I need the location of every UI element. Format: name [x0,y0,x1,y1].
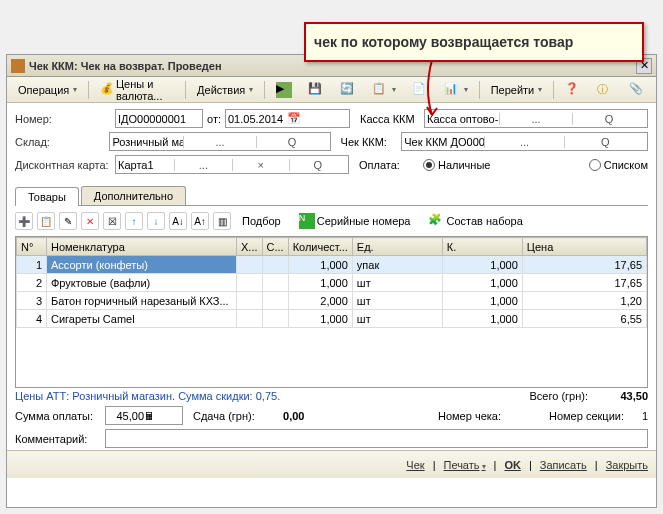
edit-icon[interactable]: ✎ [59,212,77,230]
go-menu[interactable]: Перейти [484,81,550,99]
operation-menu[interactable]: Операция [11,81,84,99]
barcode-icon[interactable]: ▥ [213,212,231,230]
ok-button[interactable]: OK [504,459,521,471]
change-label: Сдача (грн): [193,410,255,422]
table-row[interactable]: 3Батон горчичный нарезаный КХЗ...2,000шт… [17,292,647,310]
prices-info: Цены АТТ: Розничный магазин. Сумма скидк… [15,390,530,402]
calendar-icon[interactable]: 📅 [287,112,347,125]
tb-info-icon[interactable]: ⓘ [590,79,620,101]
action-bar: Чек| Печать| OK| Записать| Закрыть [7,450,656,478]
app-icon [11,59,25,73]
kassa-label: Касса ККМ [360,113,420,125]
total-value: 43,50 [588,390,648,402]
tab-goods[interactable]: Товары [15,187,79,206]
table-row[interactable]: 1Ассорти (конфеты)1,000упак1,00017,65 [17,256,647,274]
money-icon: 💰 [100,82,114,98]
kit-button[interactable]: 🧩Состав набора [421,210,529,232]
tb-refresh-icon[interactable]: 🔄 [333,79,363,101]
callout-text: чек по которому возвращается товар [314,34,573,50]
tb-post-icon[interactable]: ▶ [269,79,299,101]
col-k[interactable]: К. [442,238,522,256]
radio-list[interactable] [589,159,601,171]
open-button[interactable]: Q [572,113,645,125]
down-icon[interactable]: ↓ [147,212,165,230]
number-field[interactable]: ІДО00000001 [115,109,203,128]
col-h[interactable]: Х... [237,238,263,256]
up-icon[interactable]: ↑ [125,212,143,230]
goods-table[interactable]: N° Номенклатура Х... С... Количест... Ед… [15,236,648,388]
number-label: Номер: [15,113,115,125]
tab-additional[interactable]: Дополнительно [81,186,186,205]
kassa-field[interactable]: Касса оптово-розничного магазина...Q [424,109,648,128]
sum-label: Сумма оплаты: [15,410,101,422]
calc-icon[interactable]: 🖩 [144,410,180,422]
section-label: Номер секции: [549,410,624,422]
close-link[interactable]: Закрыть [606,459,648,471]
tb-save-icon[interactable]: 💾 [301,79,331,101]
col-s[interactable]: С... [262,238,288,256]
col-nom[interactable]: Номенклатура [47,238,237,256]
sklad-field[interactable]: Розничный магазин...Q [109,132,330,151]
chek-link[interactable]: Чек [406,459,424,471]
sum-field[interactable]: 45,00🖩 [105,406,183,425]
total-label: Всего (грн): [530,390,589,402]
comment-field[interactable] [105,429,648,448]
radio-cash[interactable] [423,159,435,171]
add-icon[interactable]: ➕ [15,212,33,230]
print-link[interactable]: Печать [443,459,485,471]
prices-info-row: Цены АТТ: Розничный магазин. Сумма скидк… [7,388,656,404]
clear-icon[interactable]: ☒ [103,212,121,230]
chekno-label: Номер чека: [438,410,501,422]
tb-help-icon[interactable]: ❓ [558,79,588,101]
callout-box: чек по которому возвращается товар [304,22,644,62]
col-ed[interactable]: Ед. [352,238,442,256]
comment-label: Комментарий: [15,433,101,445]
save-link[interactable]: Записать [540,459,587,471]
col-price[interactable]: Цена [522,238,646,256]
col-qty[interactable]: Количест... [288,238,352,256]
select-button[interactable]: Подбор [235,212,288,230]
table-toolbar: ➕ 📋 ✎ ✕ ☒ ↑ ↓ A↓ A↑ ▥ Подбор NСерийные н… [7,206,656,236]
chek-label: Чек ККМ: [341,136,398,148]
oplata-label: Оплата: [359,159,419,171]
copy-icon[interactable]: 📋 [37,212,55,230]
prices-button[interactable]: 💰 Цены и валюта... [93,75,181,105]
table-row[interactable]: 4Сигареты Camel1,000шт1,0006,55 [17,310,647,328]
sort-asc-icon[interactable]: A↓ [169,212,187,230]
table-row[interactable]: 2Фруктовые (вафли)1,000шт1,00017,65 [17,274,647,292]
disc-field[interactable]: Карта1...×Q [115,155,349,174]
delete-icon[interactable]: ✕ [81,212,99,230]
change-value: 0,00 [259,410,329,422]
sklad-label: Склад: [15,136,109,148]
ellipsis-button[interactable]: ... [499,113,572,125]
disc-label: Дисконтная карта: [15,159,115,171]
chek-field[interactable]: Чек ККМ ДО000000005 от 01.07.2011 12...Q [401,132,648,151]
callout-arrow [418,60,448,122]
main-toolbar: Операция 💰 Цены и валюта... Действия ▶ 💾… [7,77,656,103]
window: Чек ККМ: Чек на возврат. Проведен ✕ Опер… [6,54,657,508]
tb-tree-icon[interactable]: 📋 [365,79,403,101]
from-label: от: [207,113,221,125]
actions-menu[interactable]: Действия [190,81,260,99]
tabs: Товары Дополнительно [15,186,648,206]
date-field[interactable]: 01.05.2014 18:11:21📅 [225,109,350,128]
col-n[interactable]: N° [17,238,47,256]
section-value: 1 [628,410,648,422]
tb-att-icon[interactable]: 📎 [622,79,652,101]
sort-desc-icon[interactable]: A↑ [191,212,209,230]
form-area: Номер: ІДО00000001 от: 01.05.2014 18:11:… [7,103,656,182]
serial-button[interactable]: NСерийные номера [292,210,418,232]
